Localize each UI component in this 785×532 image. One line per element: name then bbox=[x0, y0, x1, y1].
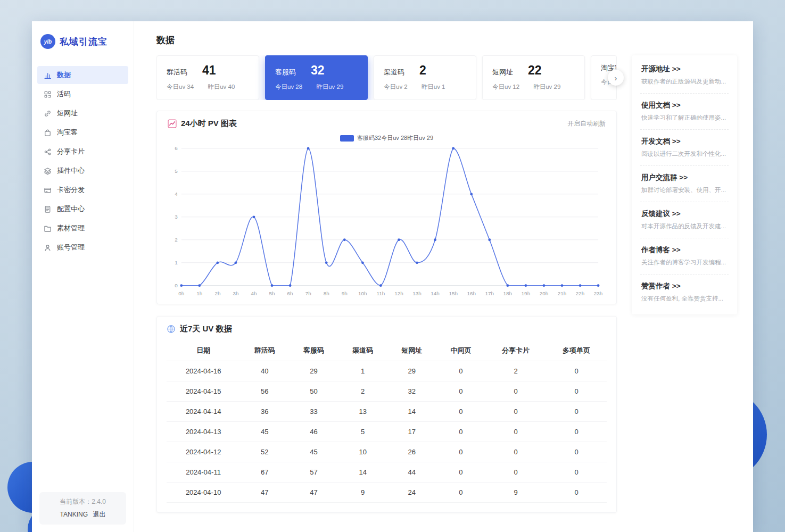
sidebar-item-label: 素材管理 bbox=[57, 223, 85, 233]
stat-card-yesterday-uv: 昨日uv 40 bbox=[208, 83, 235, 91]
table-row[interactable]: 2024-04-14 36 33 13 14 0 0 0 bbox=[167, 401, 607, 421]
resource-link[interactable]: 用户交流群 >> 加群讨论部署安装、使用、开... bbox=[640, 166, 729, 202]
cell-date: 2024-04-16 bbox=[167, 361, 240, 381]
resource-link[interactable]: 反馈建议 >> 对本开源作品的反馈及开发建... bbox=[640, 202, 729, 238]
svg-text:6h: 6h bbox=[287, 290, 293, 296]
svg-text:0h: 0h bbox=[178, 290, 184, 296]
stat-card-label: 渠道码 bbox=[384, 68, 404, 77]
sidebar-item[interactable]: 配置中心 bbox=[37, 200, 128, 218]
cell-share-card: 0 bbox=[485, 421, 546, 442]
svg-text:17h: 17h bbox=[485, 290, 494, 296]
uv-table-title: 近7天 UV 数据 bbox=[180, 324, 232, 334]
username-link[interactable]: TANKING bbox=[60, 511, 88, 518]
page-background: ylb 私域引流宝 数据 活码 bbox=[0, 0, 785, 532]
cell-middle-page: 0 bbox=[436, 361, 485, 381]
cell-qudao: 9 bbox=[338, 482, 387, 502]
sidebar-item-label: 分享卡片 bbox=[57, 147, 85, 156]
svg-text:0: 0 bbox=[175, 282, 178, 288]
svg-text:20h: 20h bbox=[540, 290, 549, 296]
sidebar-item[interactable]: 淘宝客 bbox=[37, 123, 128, 142]
uv-table: 日期群活码客服码渠道码短网址中间页分享卡片多项单页 2024-04-16 40 … bbox=[167, 340, 607, 503]
svg-text:11h: 11h bbox=[377, 290, 385, 296]
cell-short-url: 14 bbox=[387, 401, 436, 421]
cell-qun: 52 bbox=[240, 442, 289, 462]
cell-short-url: 29 bbox=[387, 361, 436, 381]
stat-card-yesterday-uv: 昨日uv 1 bbox=[422, 83, 445, 91]
table-row[interactable]: 2024-04-11 67 57 14 44 0 0 0 bbox=[167, 462, 607, 482]
sidebar-item[interactable]: 素材管理 bbox=[37, 219, 128, 237]
resource-link[interactable]: 赞赏作者 >> 没有任何盈利, 全靠赞赏支持... bbox=[640, 275, 729, 310]
cell-short-url: 17 bbox=[387, 421, 436, 442]
sidebar-item[interactable]: 卡密分发 bbox=[37, 181, 128, 199]
resource-link[interactable]: 开发文档 >> 阅读以进行二次开发和个性化... bbox=[640, 130, 729, 166]
resource-link-desc: 对本开源作品的反馈及开发建... bbox=[641, 222, 728, 230]
sidebar-item[interactable]: 账号管理 bbox=[37, 238, 128, 256]
cell-qun: 45 bbox=[240, 421, 289, 442]
cell-share-card: 2 bbox=[485, 361, 546, 381]
cell-kefu: 50 bbox=[289, 381, 338, 401]
main-column: 数据 群活码 41 今日uv 34 bbox=[156, 34, 617, 532]
cards-scroll-next-button[interactable]: › bbox=[608, 70, 624, 86]
stat-card-label: 群活码 bbox=[167, 68, 187, 77]
sidebar-item-label: 短网址 bbox=[57, 109, 78, 118]
cell-share-card: 0 bbox=[485, 462, 546, 482]
resource-link-desc: 关注作者的博客学习开发编程... bbox=[641, 259, 728, 267]
resource-link-desc: 没有任何盈利, 全靠赞赏支持... bbox=[641, 295, 728, 303]
stat-card[interactable]: 短网址 22 今日uv 12 昨日uv 29 bbox=[482, 55, 585, 100]
cell-kefu: 33 bbox=[289, 401, 338, 421]
stat-card-label: 客服码 bbox=[275, 68, 296, 77]
stat-card[interactable]: 群活码 41 今日uv 34 昨日uv 40 bbox=[156, 55, 259, 100]
svg-text:16h: 16h bbox=[467, 290, 476, 296]
legend-label: 客服码32今日uv 28昨日uv 29 bbox=[357, 134, 433, 142]
cell-kefu: 45 bbox=[289, 442, 338, 462]
resource-link-title: 开发文档 >> bbox=[641, 137, 728, 146]
svg-text:7h: 7h bbox=[305, 290, 311, 296]
table-row[interactable]: 2024-04-16 40 29 1 29 0 2 0 bbox=[167, 361, 607, 381]
logout-link[interactable]: 退出 bbox=[93, 511, 105, 518]
table-row[interactable]: 2024-04-10 47 47 9 24 0 9 0 bbox=[167, 482, 607, 502]
sidebar-item[interactable]: 活码 bbox=[37, 85, 128, 103]
resource-link-desc: 获取作者的正版源码及更新动... bbox=[641, 78, 728, 86]
stat-card-today-uv: 今日uv 12 bbox=[492, 83, 519, 91]
cell-multi-page: 0 bbox=[546, 442, 607, 462]
resource-link[interactable]: 开源地址 >> 获取作者的正版源码及更新动... bbox=[640, 57, 729, 94]
resource-link[interactable]: 使用文档 >> 快速学习和了解正确的使用姿... bbox=[640, 94, 729, 130]
chart-legend[interactable]: 客服码32今日uv 28昨日uv 29 bbox=[168, 134, 606, 142]
table-row[interactable]: 2024-04-15 56 50 2 32 0 0 0 bbox=[167, 381, 607, 401]
auto-refresh-toggle[interactable]: 开启自动刷新 bbox=[567, 119, 606, 128]
cell-qun: 36 bbox=[240, 401, 289, 421]
settings-icon bbox=[44, 205, 52, 213]
cell-multi-page: 0 bbox=[546, 401, 607, 421]
sidebar-item[interactable]: 分享卡片 bbox=[37, 143, 128, 161]
stat-card-today-uv: 今日uv 28 bbox=[275, 83, 302, 91]
shopping-bag-icon bbox=[44, 129, 52, 137]
stat-card[interactable]: 客服码 32 今日uv 28 昨日uv 29 bbox=[265, 55, 368, 100]
main-content: 数据 群活码 41 今日uv 34 bbox=[134, 21, 753, 532]
sidebar-item[interactable]: 插件中心 bbox=[37, 162, 128, 180]
sidebar-item-label: 活码 bbox=[57, 89, 71, 99]
svg-text:21h: 21h bbox=[558, 290, 567, 296]
table-row[interactable]: 2024-04-13 45 46 5 17 0 0 0 bbox=[167, 421, 607, 442]
brand-logo: ylb 私域引流宝 bbox=[32, 21, 134, 60]
version-label: 当前版本：2.4.0 bbox=[44, 497, 122, 506]
resource-link-desc: 加群讨论部署安装、使用、开... bbox=[641, 186, 728, 194]
resource-link-desc: 快速学习和了解正确的使用姿... bbox=[641, 114, 728, 122]
app-window: ylb 私域引流宝 数据 活码 bbox=[32, 21, 753, 532]
svg-text:5: 5 bbox=[175, 168, 178, 174]
svg-text:23h: 23h bbox=[594, 290, 603, 296]
svg-text:5h: 5h bbox=[269, 290, 275, 296]
sidebar-item[interactable]: 数据 bbox=[37, 66, 128, 84]
cell-kefu: 46 bbox=[289, 421, 338, 442]
cell-middle-page: 0 bbox=[436, 482, 485, 502]
resource-link[interactable]: 作者博客 >> 关注作者的博客学习开发编程... bbox=[640, 238, 729, 275]
svg-text:19h: 19h bbox=[522, 290, 531, 296]
cell-qun: 56 bbox=[240, 381, 289, 401]
uv-table-header: 渠道码 bbox=[338, 340, 387, 361]
stat-card[interactable]: 渠道码 2 今日uv 2 昨日uv 1 bbox=[374, 55, 476, 100]
svg-text:12h: 12h bbox=[394, 290, 403, 296]
sidebar-item[interactable]: 短网址 bbox=[37, 104, 128, 122]
cell-kefu: 29 bbox=[289, 361, 338, 381]
cell-middle-page: 0 bbox=[436, 442, 485, 462]
table-row[interactable]: 2024-04-12 52 45 10 26 0 0 0 bbox=[167, 442, 607, 462]
cell-qudao: 5 bbox=[338, 421, 387, 442]
